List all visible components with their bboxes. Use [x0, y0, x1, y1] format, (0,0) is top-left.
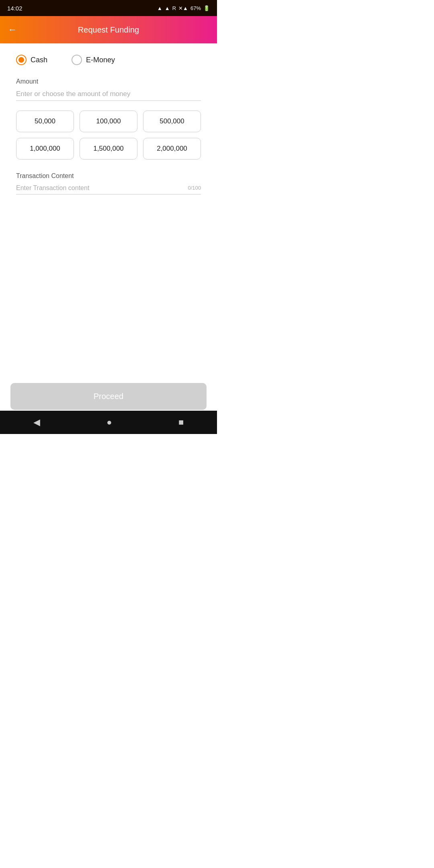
status-time: 14:02 [7, 5, 23, 12]
char-count: 0/100 [188, 185, 201, 191]
transaction-input[interactable] [16, 184, 201, 192]
r-icon: R [172, 5, 176, 11]
cash-radio[interactable] [16, 55, 27, 65]
emoney-option[interactable]: E-Money [72, 55, 115, 65]
battery-icon: 🔋 [203, 5, 210, 11]
amount-btn-2000000[interactable]: 2,000,000 [143, 138, 201, 160]
signal-icon: ▲ [165, 5, 170, 11]
status-icons: ▲ ▲ R ✕▲ 67% 🔋 [157, 5, 210, 11]
emoney-radio[interactable] [72, 55, 82, 65]
transaction-input-wrapper: 0/100 [16, 184, 201, 194]
cash-option[interactable]: Cash [16, 55, 47, 65]
amount-btn-500000[interactable]: 500,000 [143, 111, 201, 132]
amount-btn-1500000[interactable]: 1,500,000 [80, 138, 137, 160]
proceed-button[interactable]: Proceed [10, 383, 207, 410]
header: ← Request Funding [0, 16, 217, 43]
cash-radio-inner [18, 57, 24, 63]
content-area: Cash E-Money Amount 50,000 100,000 500,0… [0, 43, 217, 194]
page-title: Request Funding [78, 25, 139, 35]
cash-label: Cash [31, 56, 47, 64]
transaction-label: Transaction Content [16, 172, 201, 180]
amount-btn-1000000[interactable]: 1,000,000 [16, 138, 74, 160]
status-bar: 14:02 ▲ ▲ R ✕▲ 67% 🔋 [0, 0, 217, 16]
amount-input[interactable] [16, 90, 201, 98]
transaction-section: Transaction Content 0/100 [16, 172, 201, 194]
amount-label: Amount [16, 78, 201, 85]
battery-indicator: 67% [190, 5, 201, 11]
nav-home-icon[interactable]: ● [106, 417, 112, 428]
nav-recent-icon[interactable]: ■ [178, 417, 184, 428]
amount-btn-50000[interactable]: 50,000 [16, 111, 74, 132]
wifi-icon: ▲ [157, 5, 162, 11]
nav-back-icon[interactable]: ◀ [33, 417, 40, 428]
bottom-area: Proceed [0, 383, 217, 410]
emoney-label: E-Money [86, 56, 115, 64]
amount-btn-100000[interactable]: 100,000 [80, 111, 137, 132]
amount-section: Amount [16, 78, 201, 101]
signal2-icon: ✕▲ [178, 5, 188, 11]
back-button[interactable]: ← [8, 25, 17, 35]
payment-type-group: Cash E-Money [16, 55, 201, 65]
nav-bar: ◀ ● ■ [0, 411, 217, 434]
amount-buttons-grid: 50,000 100,000 500,000 1,000,000 1,500,0… [16, 111, 201, 160]
amount-input-wrapper [16, 90, 201, 101]
